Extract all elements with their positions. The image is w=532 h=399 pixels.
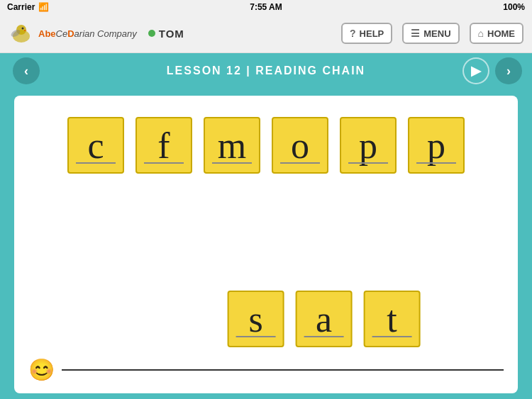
home-icon: ⌂ [478,28,484,39]
user-name: TOM [159,28,184,40]
user-status-dot [148,30,155,37]
bottom-tile-0[interactable]: s [228,291,284,347]
wifi-icon: 📶 [38,2,49,12]
lesson-bar: ‹ LESSON 12 | READING CHAIN ▶ › [0,53,532,89]
top-tile-4[interactable]: p [340,117,397,174]
top-tile-3[interactable]: o [272,117,328,174]
top-tile-0[interactable]: c [67,117,124,174]
bottom-tile-2[interactable]: t [364,291,421,347]
battery-label: 100% [503,2,525,12]
top-tile-2[interactable]: m [204,117,260,174]
prev-button[interactable]: ‹ [13,57,40,84]
next-button[interactable]: › [495,57,522,84]
brand-icon-svg [9,21,34,46]
svg-point-3 [22,28,24,30]
help-button[interactable]: ? HELP [341,23,392,44]
home-label: HOME [487,28,515,39]
bottom-tile-1[interactable]: a [296,291,353,347]
bottom-tiles-row: sat [228,291,421,347]
main-content: cfmopp sat 😊 [14,96,518,393]
home-button[interactable]: ⌂ HOME [470,23,523,44]
carrier-label: Carrier [7,2,35,12]
play-button[interactable]: ▶ [462,57,489,84]
menu-icon: ☰ [411,28,420,39]
top-tile-5[interactable]: p [408,117,465,174]
menu-button[interactable]: ☰ MENU [402,23,459,44]
brand-logo: AbeCeDarian Company [9,21,137,46]
answer-area: 😊 [28,359,504,381]
status-bar: Carrier 📶 7:55 AM 100% [0,0,532,14]
status-left: Carrier 📶 [7,2,49,12]
nav-bar: AbeCeDarian Company TOM ? HELP ☰ MENU ⌂ … [0,14,532,53]
main-wrapper: cfmopp sat 😊 [0,89,532,399]
help-icon: ? [350,28,356,39]
user-status: TOM [148,28,184,40]
top-tile-1[interactable]: f [135,117,192,174]
menu-label: MENU [423,28,450,39]
top-tiles-row: cfmopp [14,96,518,174]
smiley-icon: 😊 [28,359,55,381]
lesson-title: LESSON 12 | READING CHAIN [167,64,365,77]
answer-line [62,369,504,371]
help-label: HELP [360,28,384,39]
status-time: 7:55 AM [250,2,282,12]
brand-name: AbeCeDarian Company [38,28,137,39]
